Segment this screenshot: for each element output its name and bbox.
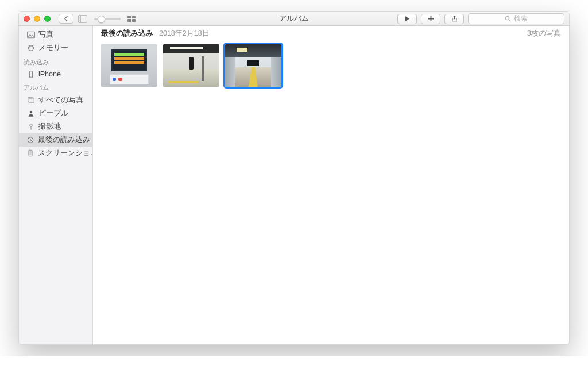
sidebar-item-label: iPhone [38,70,61,78]
clock-icon [26,136,34,144]
play-icon [404,16,411,22]
photo-count: 3枚の写真 [527,29,561,39]
sidebar-item-label: メモリー [38,43,68,53]
zoom-slider[interactable] [94,18,121,20]
svg-rect-6 [29,98,34,103]
close-icon[interactable] [24,16,30,22]
search-placeholder: 検索 [514,14,528,24]
minimize-icon[interactable] [34,16,40,22]
sidebar-item-label: スクリーンショ… [38,148,92,158]
window-controls [24,16,51,22]
share-button[interactable] [444,14,464,24]
content-heading: 最後の読み込み [101,29,153,39]
sidebar-item-all-photos[interactable]: すべての写真 [19,94,92,107]
sidebar-item-iphone[interactable]: iPhone [19,68,92,80]
iphone-icon [26,71,35,78]
svg-point-8 [29,124,32,126]
person-icon [26,110,35,117]
search-input[interactable]: 検索 [468,13,564,24]
sidebar: 写真 メモリー 読み込み iPhone アルバム すべての写真 ピープル [19,26,93,344]
content-header: 最後の読み込み 2018年2月18日 3枚の写真 [93,26,569,41]
sidebar-item-label: すべての写真 [38,95,83,105]
plus-icon [428,16,434,22]
svg-rect-11 [29,151,32,155]
share-icon [451,16,458,22]
photos-icon [26,31,35,39]
sidebar-header-import: 読み込み [19,55,92,68]
toolbar-right: 検索 [397,13,564,24]
titlebar: アルバム 検索 [19,12,569,26]
sidebar-toggle-button[interactable] [78,15,87,23]
content-area: 最後の読み込み 2018年2月18日 3枚の写真 [93,26,569,344]
svg-point-0 [505,16,509,20]
sidebar-item-label: ピープル [38,109,68,118]
back-button[interactable] [59,14,74,24]
photo-thumbnail[interactable] [163,44,219,87]
pin-icon [26,123,35,130]
photo-thumbnail[interactable] [101,44,157,87]
play-button[interactable] [397,14,417,24]
chevron-left-icon [64,16,68,21]
svg-point-4 [30,76,31,77]
sidebar-item-memories[interactable]: メモリー [19,41,92,55]
svg-rect-1 [27,32,34,38]
add-button[interactable] [421,14,440,24]
memory-icon [26,44,35,52]
sidebar-header-album: アルバム [19,80,92,94]
svg-point-7 [29,111,32,114]
search-icon [505,16,511,22]
sidebar-item-screenshots[interactable]: スクリーンショ… [19,147,92,160]
sidebar-item-last-import[interactable]: 最後の読み込み [19,133,92,147]
sidebar-item-photos[interactable]: 写真 [19,28,92,41]
thumbnail-grid [93,41,569,90]
device-icon [26,149,34,157]
photo-thumbnail[interactable] [225,44,281,87]
content-date: 2018年2月18日 [159,29,210,39]
sidebar-item-label: 写真 [38,30,53,40]
sidebar-item-label: 最後の読み込み [38,135,90,145]
sidebar-item-people[interactable]: ピープル [19,107,92,120]
grid-view-icon[interactable] [127,16,136,22]
app-window: アルバム 検索 写真 メモリー [18,11,570,345]
maximize-icon[interactable] [44,16,51,22]
sidebar-item-label: 撮影地 [38,122,61,132]
sidebar-item-places[interactable]: 撮影地 [19,120,92,133]
stack-icon [26,97,35,104]
